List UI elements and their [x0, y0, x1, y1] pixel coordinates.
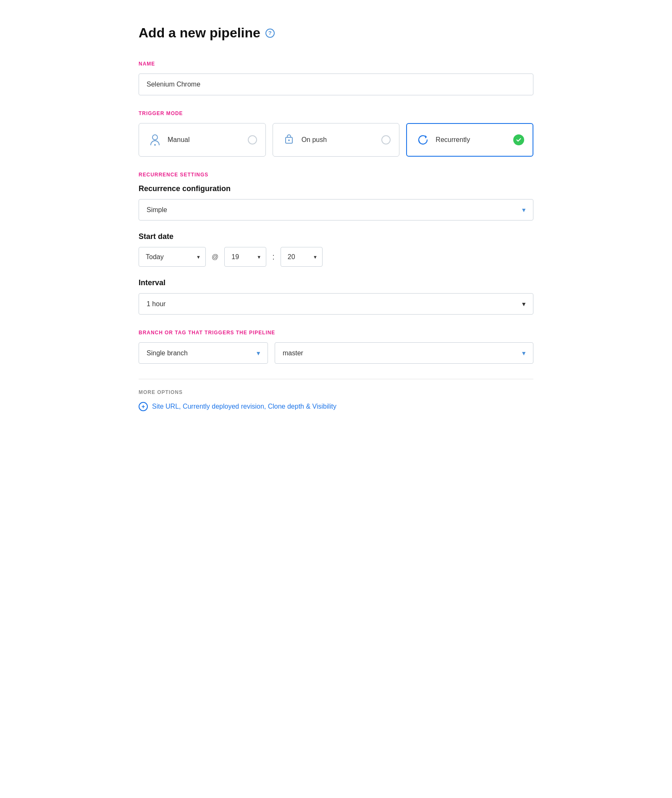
trigger-option-on-push[interactable]: On push — [273, 123, 400, 157]
start-date-section: Start date Today Tomorrow Custom ▼ @ 19 … — [139, 232, 533, 267]
svg-point-1 — [154, 144, 156, 146]
more-options-label: MORE OPTIONS — [139, 389, 533, 395]
hour-select[interactable]: 19 0123 4567 891011 12131415 161718 2021… — [224, 247, 266, 267]
recurrence-settings-label: RECURRENCE SETTINGS — [139, 172, 533, 178]
manual-radio[interactable] — [248, 135, 257, 144]
start-date-title: Start date — [139, 232, 533, 241]
recurrence-config-select-wrapper: Simple Advanced ▼ — [139, 199, 533, 220]
recurrence-configuration: Recurrence configuration Simple Advanced… — [139, 184, 533, 220]
svg-point-0 — [152, 135, 158, 140]
branch-tag-section: BRANCH OR TAG THAT TRIGGERS THE PIPELINE… — [139, 330, 533, 364]
interval-section: Interval 1 hour 2 hours 6 hours 12 hours… — [139, 278, 533, 315]
trigger-option-manual-left: Manual — [147, 132, 189, 147]
trigger-option-recurrently[interactable]: Recurrently — [406, 123, 533, 157]
help-icon[interactable]: ? — [265, 29, 275, 38]
interval-title: Interval — [139, 278, 533, 287]
trigger-manual-label: Manual — [168, 136, 189, 144]
more-options-link-text: Site URL, Currently deployed revision, C… — [152, 403, 336, 410]
colon-symbol: : — [272, 252, 275, 262]
trigger-options: Manual On push — [139, 123, 533, 157]
manual-icon — [147, 132, 163, 147]
page-container: Add a new pipeline ? NAME TRIGGER MODE — [122, 0, 550, 436]
trigger-mode-section: TRIGGER MODE Manual — [139, 110, 533, 157]
name-section: NAME — [139, 61, 533, 95]
day-select-wrapper: Today Tomorrow Custom ▼ — [139, 247, 206, 267]
at-symbol: @ — [212, 253, 218, 261]
trigger-option-recurrent-left: Recurrently — [415, 132, 470, 147]
recurrence-config-title: Recurrence configuration — [139, 184, 533, 193]
plus-icon: + — [139, 402, 148, 411]
name-label: NAME — [139, 61, 533, 67]
pipeline-name-input[interactable] — [139, 74, 533, 95]
page-header: Add a new pipeline ? — [139, 25, 533, 41]
interval-select[interactable]: 1 hour 2 hours 6 hours 12 hours 1 day 1 … — [139, 293, 533, 315]
branch-value-wrapper: master main develop ▼ — [275, 342, 533, 364]
day-select[interactable]: Today Tomorrow Custom — [139, 247, 206, 267]
minute-select-wrapper: 20 051015 25303540 455055 ▼ — [281, 247, 323, 267]
branch-value-select[interactable]: master main develop — [275, 342, 533, 364]
more-options-section: MORE OPTIONS + Site URL, Currently deplo… — [139, 379, 533, 411]
trigger-option-manual[interactable]: Manual — [139, 123, 266, 157]
recurrent-check — [513, 134, 524, 145]
push-icon — [281, 132, 297, 147]
trigger-mode-label: TRIGGER MODE — [139, 110, 533, 116]
branch-type-wrapper: Single branch All branches Wildcard ▼ — [139, 342, 268, 364]
page-title: Add a new pipeline — [139, 25, 260, 41]
more-options-link[interactable]: + Site URL, Currently deployed revision,… — [139, 402, 533, 411]
recurrence-settings-section: RECURRENCE SETTINGS Recurrence configura… — [139, 172, 533, 315]
trigger-recurrent-label: Recurrently — [436, 136, 470, 144]
recurrence-config-select[interactable]: Simple Advanced — [139, 199, 533, 220]
branch-type-select[interactable]: Single branch All branches Wildcard — [139, 342, 268, 364]
hour-select-wrapper: 19 0123 4567 891011 12131415 161718 2021… — [224, 247, 266, 267]
trigger-option-push-left: On push — [281, 132, 327, 147]
minute-select[interactable]: 20 051015 25303540 455055 — [281, 247, 323, 267]
interval-select-wrapper: 1 hour 2 hours 6 hours 12 hours 1 day 1 … — [139, 293, 533, 315]
branch-tag-label: BRANCH OR TAG THAT TRIGGERS THE PIPELINE — [139, 330, 533, 336]
branch-tag-row: Single branch All branches Wildcard ▼ ma… — [139, 342, 533, 364]
push-radio[interactable] — [381, 135, 391, 144]
recurrent-icon — [415, 132, 430, 147]
trigger-push-label: On push — [302, 136, 327, 144]
svg-point-3 — [288, 139, 290, 141]
start-date-row: Today Tomorrow Custom ▼ @ 19 0123 4567 8… — [139, 247, 533, 267]
